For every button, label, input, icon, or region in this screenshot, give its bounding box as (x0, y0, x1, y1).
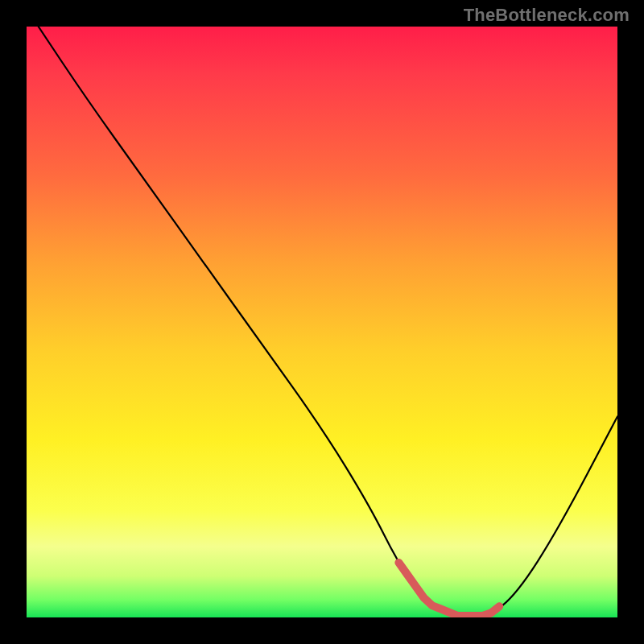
watermark-text: TheBottleneck.com (464, 5, 630, 26)
curve-svg (27, 27, 617, 617)
valley-highlight-line (398, 563, 499, 616)
chart-frame: TheBottleneck.com (0, 0, 644, 644)
plot-area (27, 27, 617, 617)
bottleneck-curve-line (39, 27, 617, 617)
